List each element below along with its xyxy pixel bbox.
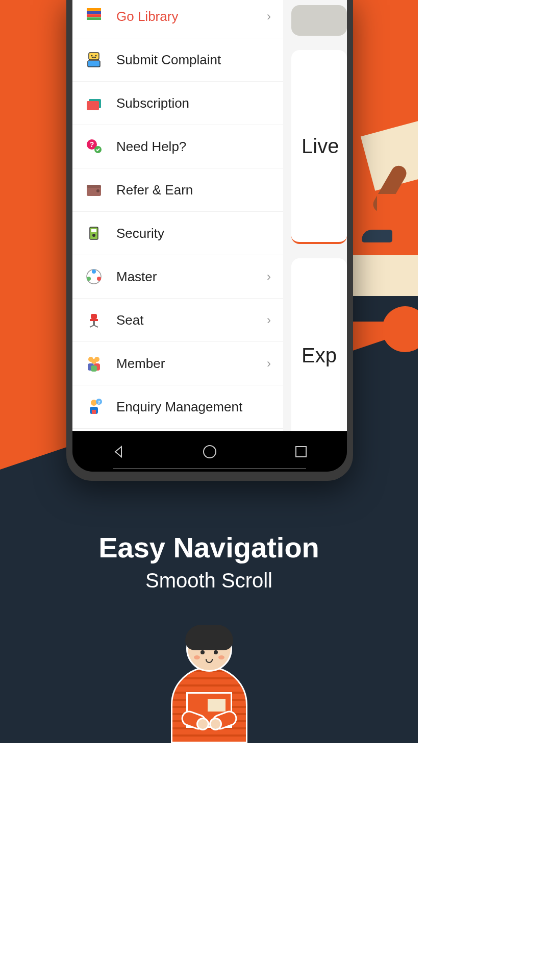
promo-text: Easy Navigation Smooth Scroll	[0, 531, 418, 592]
chevron-right-icon: ›	[267, 313, 271, 327]
svg-rect-14	[87, 185, 101, 188]
svg-point-28	[91, 359, 96, 364]
card-exp[interactable]: Exp	[291, 258, 347, 431]
menu-item-subscription[interactable]: Subscription	[72, 82, 283, 125]
menu-item-seat[interactable]: Seat ›	[72, 299, 283, 342]
svg-rect-25	[93, 321, 95, 325]
background: Go Library › Submit Complaint	[0, 0, 418, 743]
svg-rect-23	[91, 314, 97, 319]
promo-subtitle: Smooth Scroll	[0, 569, 418, 592]
menu-label: Seat	[116, 312, 267, 328]
books-icon	[85, 7, 103, 26]
chevron-right-icon: ›	[267, 270, 271, 284]
card-label: Exp	[302, 344, 337, 367]
menu-item-refer-earn[interactable]: Refer & Earn	[72, 168, 283, 212]
menu-item-enquiry-management[interactable]: ? Enquiry Management	[72, 385, 283, 429]
wallet-icon	[85, 181, 103, 199]
svg-rect-2	[87, 11, 101, 14]
menu-label: Master	[116, 269, 267, 285]
svg-rect-34	[92, 410, 96, 414]
card-image[interactable]	[291, 5, 347, 36]
menu-label: Member	[116, 356, 267, 372]
svg-rect-4	[89, 53, 99, 60]
recent-apps-button[interactable]	[292, 443, 310, 461]
svg-rect-9	[87, 101, 99, 110]
promo-title: Easy Navigation	[0, 531, 418, 564]
folder-icon	[85, 94, 103, 112]
phone-screen: Go Library › Submit Complaint	[72, 0, 347, 472]
menu-item-security[interactable]: Security	[72, 212, 283, 255]
svg-point-6	[95, 55, 97, 57]
menu-item-submit-complaint[interactable]: Submit Complaint	[72, 38, 283, 82]
seat-icon	[85, 311, 103, 329]
svg-rect-16	[90, 227, 98, 239]
svg-text:?: ?	[90, 140, 94, 149]
menu-label: Refer & Earn	[116, 182, 271, 198]
character-illustration	[158, 626, 260, 743]
menu-item-master[interactable]: Master ›	[72, 255, 283, 299]
svg-rect-1	[87, 14, 101, 17]
svg-point-22	[97, 277, 101, 281]
svg-rect-3	[87, 8, 101, 11]
help-icon: ?	[85, 137, 103, 156]
svg-point-20	[92, 270, 96, 274]
svg-point-5	[91, 55, 93, 57]
enquiry-icon: ?	[85, 398, 103, 416]
svg-point-18	[92, 234, 95, 237]
android-nav-bar	[72, 431, 347, 472]
menu-item-member[interactable]: Member ›	[72, 342, 283, 385]
svg-rect-24	[90, 319, 98, 321]
svg-point-32	[91, 400, 97, 406]
svg-rect-31	[91, 365, 97, 372]
chevron-right-icon: ›	[267, 356, 271, 371]
member-icon	[85, 354, 103, 373]
phone-frame: Go Library › Submit Complaint	[66, 0, 353, 481]
menu-item-go-library[interactable]: Go Library ›	[72, 0, 283, 38]
main-content: Live Exp	[283, 0, 347, 431]
card-live[interactable]: Live	[291, 50, 347, 244]
svg-rect-38	[296, 447, 306, 457]
menu-label: Submit Complaint	[116, 52, 271, 68]
menu-label: Go Library	[116, 9, 267, 24]
menu-label: Need Help?	[116, 139, 271, 155]
complaint-icon	[85, 51, 103, 69]
master-icon	[85, 267, 103, 286]
menu-label: Security	[116, 226, 271, 241]
card-label: Live	[302, 135, 339, 158]
svg-point-15	[96, 189, 99, 192]
svg-rect-0	[87, 17, 101, 20]
security-icon	[85, 224, 103, 242]
menu-label: Subscription	[116, 95, 271, 111]
menu-item-need-help[interactable]: ? Need Help?	[72, 125, 283, 168]
svg-rect-17	[91, 229, 96, 232]
svg-text:?: ?	[97, 400, 101, 405]
svg-rect-7	[88, 61, 100, 67]
menu-label: Enquiry Management	[116, 399, 271, 415]
svg-point-21	[87, 277, 91, 281]
svg-point-37	[204, 446, 216, 458]
chevron-right-icon: ›	[267, 9, 271, 23]
navigation-drawer[interactable]: Go Library › Submit Complaint	[72, 0, 283, 431]
back-button[interactable]	[109, 443, 128, 461]
home-button[interactable]	[201, 443, 219, 461]
